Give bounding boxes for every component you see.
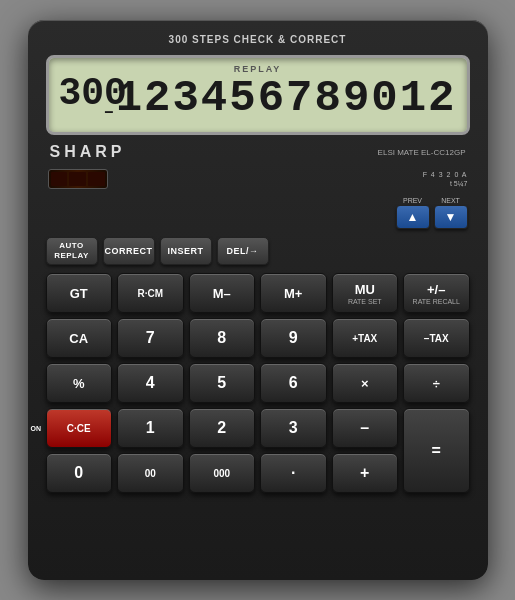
keys-grid: GT R·CM M– M+ MU RATE SET +/– RATE RECAL… <box>46 273 470 562</box>
minus-button[interactable]: – <box>332 408 399 448</box>
insert-button[interactable]: INSERT <box>160 237 212 265</box>
multiply-button[interactable]: × <box>332 363 399 403</box>
solar-cell-2 <box>69 172 86 186</box>
solar-panel <box>48 169 108 189</box>
nine-button[interactable]: 9 <box>260 318 327 358</box>
on-label: ON <box>31 425 42 432</box>
minus-tax-button[interactable]: –TAX <box>403 318 470 358</box>
four-button[interactable]: 4 <box>117 363 184 403</box>
function-row: AUTOREPLAY CORRECT INSERT DEL/→ <box>46 237 470 265</box>
plus-button[interactable]: + <box>332 453 399 493</box>
brand-elsimate: ELSI MATE EL-CC12GP <box>378 148 466 157</box>
five-button[interactable]: 5 <box>189 363 256 403</box>
solar-cell-3 <box>88 172 105 186</box>
prev-label: PREV <box>403 197 422 204</box>
rcm-button[interactable]: R·CM <box>117 273 184 313</box>
key-row-3: % 4 5 6 × ÷ <box>46 363 470 403</box>
mode-switches: F 4 3 2 0 A t 5¼7 <box>423 171 468 187</box>
percent-button[interactable]: % <box>46 363 113 403</box>
next-button[interactable]: ▼ <box>434 205 468 229</box>
eight-button[interactable]: 8 <box>189 318 256 358</box>
cce-button[interactable]: ON C·CE <box>46 408 113 448</box>
zero-button[interactable]: 0 <box>46 453 113 493</box>
mode-f-row: F 4 3 2 0 A <box>423 171 468 178</box>
equals-button[interactable]: = <box>403 408 470 493</box>
del-button[interactable]: DEL/→ <box>217 237 269 265</box>
double-zero-button[interactable]: 00 <box>117 453 184 493</box>
plus-minus-button[interactable]: +/– RATE RECALL <box>403 273 470 313</box>
key-row-1: GT R·CM M– M+ MU RATE SET +/– RATE RECAL… <box>46 273 470 313</box>
two-button[interactable]: 2 <box>189 408 256 448</box>
prev-next-row: PREV ▲ NEXT ▼ <box>46 197 470 229</box>
dot-button[interactable]: · <box>260 453 327 493</box>
divide-button[interactable]: ÷ <box>403 363 470 403</box>
correct-button[interactable]: CORRECT <box>103 237 155 265</box>
fraction-symbol: t 5¼7 <box>450 180 468 187</box>
next-group: NEXT ▼ <box>434 197 468 229</box>
auto-replay-button[interactable]: AUTOREPLAY <box>46 237 98 265</box>
six-button[interactable]: 6 <box>260 363 327 403</box>
mminus-button[interactable]: M– <box>189 273 256 313</box>
auto-replay-label: AUTOREPLAY <box>54 241 89 262</box>
triple-zero-button[interactable]: 000 <box>189 453 256 493</box>
plus-tax-button[interactable]: +TAX <box>332 318 399 358</box>
next-label: NEXT <box>441 197 460 204</box>
ca-button[interactable]: CA <box>46 318 113 358</box>
prev-button[interactable]: ▲ <box>396 205 430 229</box>
seven-button[interactable]: 7 <box>117 318 184 358</box>
prev-group: PREV ▲ <box>396 197 430 229</box>
three-button[interactable]: 3 <box>260 408 327 448</box>
gt-button[interactable]: GT <box>46 273 113 313</box>
display-screen: REPLAY 300 – 123456789012 <box>46 55 470 135</box>
top-label: 300 STEPS CHECK & CORRECT <box>46 34 470 45</box>
key-rows-4-5: ON C·CE 1 2 3 – 0 00 000 · + = <box>46 408 470 493</box>
calculator: 300 STEPS CHECK & CORRECT REPLAY 300 – 1… <box>28 20 488 580</box>
brand-sharp: SHARP <box>50 143 126 161</box>
one-button[interactable]: 1 <box>117 408 184 448</box>
solar-cell-1 <box>51 172 68 186</box>
display-minus: – <box>104 102 115 122</box>
mplus-button[interactable]: M+ <box>260 273 327 313</box>
key-row-2: CA 7 8 9 +TAX –TAX <box>46 318 470 358</box>
solar-row: F 4 3 2 0 A t 5¼7 <box>46 169 470 189</box>
display-300: 300 <box>59 72 127 115</box>
brand-row: SHARP ELSI MATE EL-CC12GP <box>46 143 470 161</box>
mu-button[interactable]: MU RATE SET <box>332 273 399 313</box>
